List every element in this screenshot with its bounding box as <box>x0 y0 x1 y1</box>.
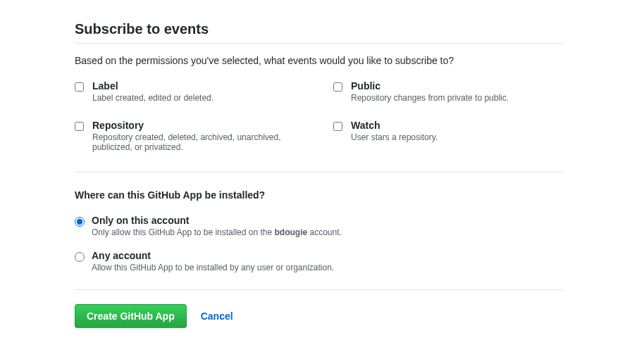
event-checkbox-repository[interactable] <box>75 122 84 131</box>
radio-only-this-account[interactable] <box>75 217 85 227</box>
radio-item-only-this-account: Only on this account Only allow this Git… <box>75 215 564 237</box>
section-title: Subscribe to events <box>75 21 564 44</box>
install-section: Where can this GitHub App be installed? … <box>75 189 564 290</box>
event-desc: Repository created, deleted, archived, u… <box>92 132 305 152</box>
event-title: Repository <box>92 120 305 131</box>
event-checkbox-watch[interactable] <box>333 122 342 131</box>
create-github-app-button[interactable]: Create GitHub App <box>75 304 187 328</box>
events-grid: Label Label created, edited or deleted. … <box>75 80 564 172</box>
actions-bar: Create GitHub App Cancel <box>75 304 564 328</box>
event-item-public: Public Repository changes from private t… <box>333 80 564 103</box>
radio-item-any-account: Any account Allow this GitHub App to be … <box>75 250 564 272</box>
event-item-repository: Repository Repository created, deleted, … <box>75 120 305 152</box>
install-question: Where can this GitHub App be installed? <box>75 189 564 201</box>
cancel-link[interactable]: Cancel <box>201 310 233 322</box>
event-checkbox-label[interactable] <box>75 82 84 92</box>
event-desc: Repository changes from private to publi… <box>351 93 564 103</box>
event-item-watch: Watch User stars a repository. <box>333 120 564 152</box>
section-description: Based on the permissions you've selected… <box>75 55 564 66</box>
event-title: Label <box>92 80 305 92</box>
event-desc: User stars a repository. <box>351 132 564 142</box>
event-desc: Label created, edited or deleted. <box>92 93 305 103</box>
event-item-label: Label Label created, edited or deleted. <box>75 80 305 103</box>
radio-title: Any account <box>92 250 564 261</box>
radio-desc: Only allow this GitHub App to be install… <box>92 227 564 237</box>
radio-any-account[interactable] <box>75 252 85 262</box>
radio-desc: Allow this GitHub App to be installed by… <box>92 263 564 272</box>
event-checkbox-public[interactable] <box>333 82 342 92</box>
event-title: Public <box>351 80 564 92</box>
event-title: Watch <box>351 120 564 131</box>
radio-title: Only on this account <box>92 215 564 226</box>
